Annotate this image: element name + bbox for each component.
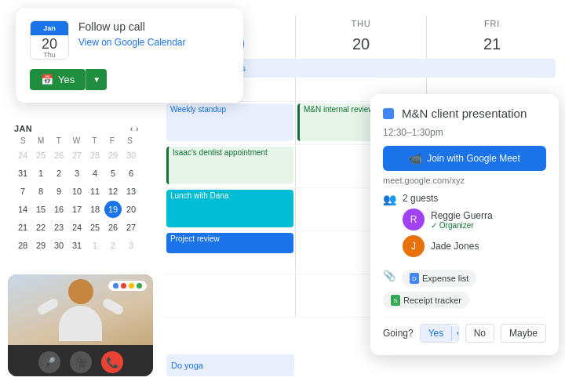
sheet-icon: S bbox=[391, 295, 400, 306]
fri-num: 21 bbox=[478, 30, 506, 58]
guest-item-reggie: R Reggie Guerra ✓ Organizer bbox=[403, 209, 493, 230]
notif-header: Jan 20 Thu Follow up call View on Google… bbox=[30, 20, 229, 60]
mini-cal-cell[interactable]: 22 bbox=[32, 219, 49, 236]
receipt-tracker-chip[interactable]: S Receipt tracker bbox=[383, 292, 469, 309]
mini-cal-cell[interactable]: 14 bbox=[14, 201, 31, 218]
meet-dot-green bbox=[137, 283, 142, 289]
video-controls: 🎤 🎥 📞 bbox=[8, 345, 153, 376]
rsvp-maybe-button[interactable]: Maybe bbox=[501, 324, 546, 343]
mini-cal-cell[interactable]: 8 bbox=[32, 183, 49, 200]
thu-num: 20 bbox=[347, 30, 375, 58]
person-body bbox=[59, 306, 102, 341]
weekly-standup-event[interactable]: Weekly standup bbox=[166, 103, 293, 141]
doc-icon: D bbox=[410, 273, 419, 284]
mini-cal-cell[interactable]: 30 bbox=[50, 237, 67, 254]
mini-cal-cell[interactable]: 7 bbox=[14, 183, 31, 200]
join-meet-label: Join with Google Meet bbox=[427, 153, 520, 164]
view-google-calendar-link[interactable]: View on Google Calendar bbox=[78, 37, 186, 48]
mini-cal-cell[interactable]: 31 bbox=[14, 165, 31, 182]
join-google-meet-button[interactable]: 📹 Join with Google Meet bbox=[383, 146, 546, 171]
cal-month: Jan bbox=[31, 21, 68, 35]
mini-cal-cell[interactable]: 15 bbox=[32, 201, 49, 218]
mini-cal-cell[interactable]: 30 bbox=[122, 147, 140, 164]
mini-cal-cell[interactable]: 25 bbox=[86, 219, 104, 236]
mini-cal-cell[interactable]: 11 bbox=[86, 183, 104, 200]
guests-count: 2 guests bbox=[403, 193, 493, 204]
expense-list-chip[interactable]: D Expense list bbox=[402, 270, 476, 287]
mini-cal-cell-today[interactable]: 19 bbox=[104, 201, 122, 218]
mini-cal-cell[interactable]: 20 bbox=[122, 201, 140, 218]
mini-cal-cell[interactable]: 2 bbox=[104, 237, 122, 254]
guest-name-jade: Jade Jones bbox=[431, 241, 479, 252]
mini-cal-cell[interactable]: 18 bbox=[86, 201, 104, 218]
mini-cal-cell[interactable]: 23 bbox=[50, 219, 67, 236]
mini-cal-cell[interactable]: 16 bbox=[50, 201, 67, 218]
mini-cal-days-header: S M T W T F S bbox=[14, 136, 139, 145]
camera-button[interactable]: 🎥 bbox=[70, 351, 92, 373]
mini-cal-cell[interactable]: 4 bbox=[86, 165, 104, 182]
end-call-button[interactable]: 📞 bbox=[101, 351, 123, 373]
mini-calendar: JAN ‹ › S M T W T F S 24 25 26 27 28 29 … bbox=[8, 118, 145, 260]
mini-cal-cell[interactable]: 5 bbox=[104, 165, 122, 182]
meet-dot-yellow bbox=[129, 283, 134, 289]
mini-cal-cell[interactable]: 26 bbox=[104, 219, 122, 236]
mini-cal-cell[interactable]: 28 bbox=[14, 237, 31, 254]
mini-cal-cell[interactable]: 6 bbox=[122, 165, 140, 182]
rsvp-yes-dropdown[interactable]: ▾ bbox=[451, 326, 458, 341]
rsvp-yes-button[interactable]: Yes bbox=[421, 325, 452, 342]
mini-cal-cell[interactable]: 25 bbox=[32, 147, 49, 164]
mini-cal-cell[interactable]: 27 bbox=[68, 147, 86, 164]
calendar-small-icon: 📅 bbox=[41, 74, 53, 85]
meet-dot-red bbox=[121, 283, 126, 289]
mini-cal-cell[interactable]: 29 bbox=[104, 147, 122, 164]
cell-wed-4: Lunch with Dana bbox=[165, 188, 296, 230]
mini-cal-cell[interactable]: 21 bbox=[14, 219, 31, 236]
meet-link-text: meet.google.com/xyz bbox=[383, 176, 546, 185]
mini-cal-cell[interactable]: 24 bbox=[14, 147, 31, 164]
mini-cal-cell[interactable]: 9 bbox=[50, 183, 67, 200]
cell-wed-2: Weekly standup bbox=[165, 102, 296, 144]
rsvp-yes-group: Yes ▾ bbox=[420, 324, 459, 343]
mini-cal-cell[interactable]: 3 bbox=[68, 165, 86, 182]
yes-dropdown-button[interactable]: ▼ bbox=[86, 69, 107, 90]
mini-cal-cell[interactable]: 26 bbox=[50, 147, 67, 164]
meet-icon: 📹 bbox=[409, 152, 422, 165]
left-arm bbox=[36, 296, 60, 315]
event-detail-time: 12:30–1:30pm bbox=[383, 127, 546, 138]
mini-cal-cell[interactable]: 27 bbox=[122, 219, 140, 236]
mini-cal-cell[interactable]: 1 bbox=[86, 237, 104, 254]
mini-cal-cell[interactable]: 17 bbox=[68, 201, 86, 218]
mini-cal-cell[interactable]: 3 bbox=[122, 237, 140, 254]
day-header-fri: FRI 21 bbox=[427, 16, 557, 59]
guest-avatar-jj: J bbox=[403, 235, 425, 257]
rsvp-no-button[interactable]: No bbox=[465, 324, 494, 343]
guests-list: 2 guests R Reggie Guerra ✓ Organizer J J… bbox=[403, 193, 493, 262]
guest-item-jade: J Jade Jones bbox=[403, 235, 493, 257]
video-content bbox=[8, 274, 153, 345]
attachment-icon: 📎 bbox=[383, 270, 396, 287]
lunch-dana-event[interactable]: Lunch with Dana bbox=[166, 190, 293, 227]
mini-cal-cell[interactable]: 2 bbox=[50, 165, 67, 182]
mini-cal-cell[interactable]: 10 bbox=[68, 183, 86, 200]
mini-cal-cell[interactable]: 29 bbox=[32, 237, 49, 254]
do-yoga-wrapper: Do yoga bbox=[165, 354, 296, 376]
yes-button[interactable]: 📅 Yes bbox=[30, 69, 86, 90]
cal-day-num: 20 bbox=[42, 37, 57, 51]
project-review-event[interactable]: Project review bbox=[166, 233, 293, 253]
mute-mic-button[interactable]: 🎤 bbox=[38, 351, 60, 373]
mini-cal-cell[interactable]: 13 bbox=[122, 183, 140, 200]
person-head bbox=[68, 279, 93, 304]
guest-avatar-rg: R bbox=[403, 209, 425, 230]
right-arm bbox=[101, 296, 125, 315]
mini-cal-cell[interactable]: 31 bbox=[68, 237, 86, 254]
mini-cal-cell[interactable]: 1 bbox=[32, 165, 49, 182]
attachments-section: 📎 D Expense list S Receipt tracker bbox=[383, 270, 546, 309]
dentist-event[interactable]: Isaac's dentist appointment bbox=[166, 147, 293, 184]
mini-cal-cell[interactable]: 28 bbox=[86, 147, 104, 164]
do-yoga-event[interactable]: Do yoga bbox=[166, 354, 294, 376]
mini-cal-cell[interactable]: 12 bbox=[104, 183, 122, 200]
mn-internal-label: M&N internal review bbox=[304, 105, 374, 114]
mini-cal-header: JAN ‹ › bbox=[14, 124, 139, 133]
mini-cal-cell[interactable]: 24 bbox=[68, 219, 86, 236]
yes-label: Yes bbox=[58, 74, 75, 85]
